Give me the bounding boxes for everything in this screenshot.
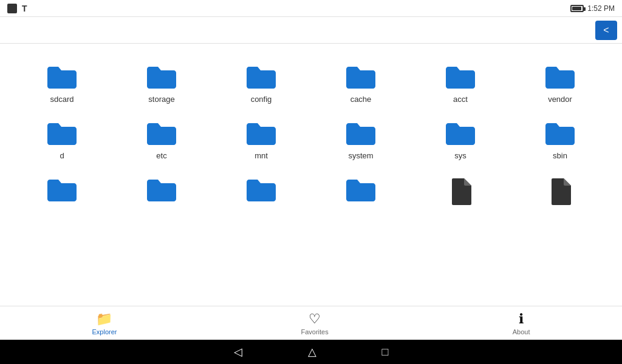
file-name: etc bbox=[156, 151, 166, 160]
folder-icon bbox=[544, 64, 576, 90]
file-name: d bbox=[60, 151, 64, 160]
bottom-nav: 📁 Explorer ♡ Favorites ℹ About bbox=[0, 306, 622, 340]
file-item[interactable]: etc bbox=[112, 112, 211, 169]
nav-item-about[interactable]: ℹ About bbox=[501, 308, 542, 339]
folder-icon bbox=[146, 177, 177, 203]
file-name: config bbox=[251, 95, 272, 104]
file-item[interactable] bbox=[411, 169, 510, 220]
folder-icon bbox=[345, 121, 377, 146]
file-grid: sdcard storage config cache bbox=[0, 50, 622, 226]
about-label: About bbox=[513, 328, 530, 335]
file-name: sdcard bbox=[50, 95, 73, 104]
status-right: 1:52 PM bbox=[570, 4, 615, 13]
folder-icon bbox=[245, 177, 277, 203]
folder-icon bbox=[245, 64, 277, 90]
app-icon bbox=[7, 4, 17, 13]
file-name: system bbox=[348, 151, 373, 160]
file-name: storage bbox=[148, 95, 174, 104]
nav-item-explorer[interactable]: 📁 Explorer bbox=[80, 308, 129, 339]
file-item[interactable]: acct bbox=[411, 56, 510, 112]
android-recent-button[interactable]: □ bbox=[380, 343, 391, 361]
file-item[interactable] bbox=[211, 169, 311, 220]
file-item[interactable] bbox=[510, 169, 610, 220]
file-item[interactable]: storage bbox=[112, 56, 211, 112]
file-name: sys bbox=[454, 151, 466, 160]
file-item[interactable]: mnt bbox=[211, 112, 311, 169]
file-icon bbox=[548, 177, 572, 206]
folder-icon bbox=[345, 64, 377, 90]
file-item[interactable] bbox=[311, 169, 411, 220]
file-name: mnt bbox=[255, 151, 268, 160]
file-icon bbox=[448, 177, 473, 206]
android-home-button[interactable]: △ bbox=[306, 343, 319, 361]
battery-fill bbox=[572, 7, 581, 10]
folder-icon bbox=[46, 121, 78, 146]
folder-icon bbox=[544, 121, 576, 146]
file-item[interactable]: cache bbox=[311, 56, 411, 112]
file-item[interactable] bbox=[112, 169, 211, 220]
status-left: T bbox=[7, 4, 27, 13]
nav-item-favorites[interactable]: ♡ Favorites bbox=[289, 308, 340, 339]
folder-icon bbox=[445, 121, 476, 146]
toolbar: < bbox=[0, 17, 622, 44]
about-icon: ℹ bbox=[519, 311, 524, 327]
explorer-icon: 📁 bbox=[96, 311, 112, 327]
back-button[interactable]: < bbox=[595, 21, 617, 40]
file-item[interactable]: sys bbox=[411, 112, 510, 169]
android-back-button[interactable]: ◁ bbox=[231, 343, 245, 361]
main-content: sdcard storage config cache bbox=[0, 44, 622, 306]
folder-icon bbox=[146, 64, 177, 90]
file-item[interactable]: vendor bbox=[510, 56, 610, 112]
file-item[interactable]: config bbox=[211, 56, 311, 112]
folder-icon bbox=[146, 121, 177, 146]
file-name: sbin bbox=[553, 151, 567, 160]
explorer-label: Explorer bbox=[92, 328, 117, 335]
file-item[interactable]: d bbox=[12, 112, 112, 169]
folder-icon bbox=[46, 64, 78, 90]
file-item[interactable]: sbin bbox=[510, 112, 610, 169]
folder-icon bbox=[46, 177, 78, 203]
file-name: vendor bbox=[548, 95, 572, 104]
file-name: cache bbox=[350, 95, 372, 104]
favorites-label: Favorites bbox=[301, 328, 328, 335]
file-item[interactable] bbox=[12, 169, 112, 220]
file-item[interactable]: system bbox=[311, 112, 411, 169]
app-label: T bbox=[22, 4, 27, 13]
folder-icon bbox=[445, 64, 476, 90]
file-item[interactable]: sdcard bbox=[12, 56, 112, 112]
time-label: 1:52 PM bbox=[587, 4, 615, 13]
file-name: acct bbox=[453, 95, 468, 104]
android-nav: ◁ △ □ bbox=[0, 340, 622, 364]
favorites-icon: ♡ bbox=[309, 311, 321, 327]
status-bar: T 1:52 PM bbox=[0, 0, 622, 17]
battery-icon bbox=[570, 5, 584, 12]
folder-icon bbox=[245, 121, 277, 146]
folder-icon bbox=[345, 177, 377, 203]
